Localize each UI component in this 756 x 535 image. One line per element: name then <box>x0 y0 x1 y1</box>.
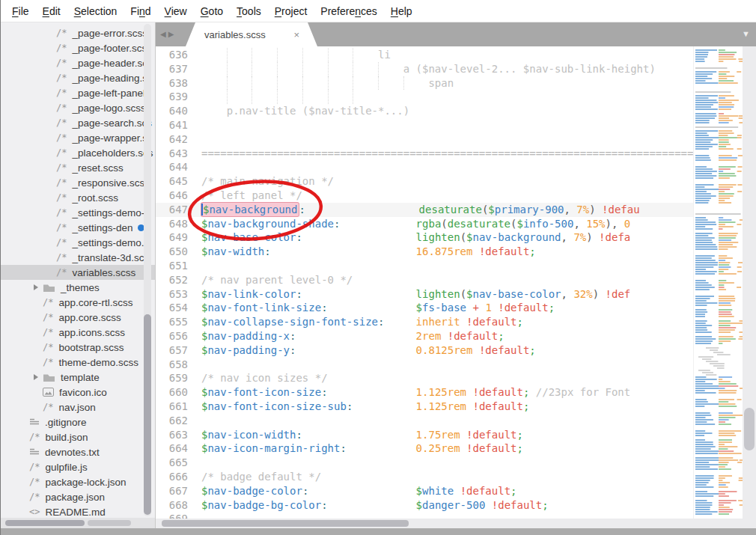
code-line-657[interactable]: 657$nav-padding-y: 0.8125rem !default; <box>156 343 756 358</box>
sidebar-item--placeholders-scs[interactable]: /*_placeholders.scs <box>1 145 155 160</box>
tab-variables-scss[interactable]: variables.scss × <box>186 22 317 46</box>
editor-vertical-scrollbar[interactable] <box>743 46 756 519</box>
menu-item-file[interactable]: File <box>5 2 36 20</box>
tab-scroll-right-icon[interactable]: ▶ <box>168 30 174 39</box>
sidebar-item-template[interactable]: template <box>1 370 155 385</box>
code-line-644[interactable]: 644 <box>156 160 756 174</box>
code-line-646[interactable]: 646/* left panel */ <box>156 189 756 203</box>
sidebar-item-bootstrap-scss[interactable]: /*bootstrap.scss <box>1 340 155 355</box>
file-label: .gitignore <box>45 417 87 428</box>
code-line-654[interactable]: 654$nav-font-link-size: $fs-base + 1 !de… <box>156 301 756 315</box>
menu-item-preferences[interactable]: Preferences <box>314 2 384 20</box>
sidebar-item--settings-demo-s[interactable]: /*_settings-demo.s <box>1 235 155 250</box>
code-line-639[interactable]: 639 <box>156 90 756 104</box>
code-line-636[interactable]: 636 li <box>156 48 756 62</box>
code-line-649[interactable]: 649$nav-base-color: lighten($nav-backgro… <box>156 230 756 245</box>
sidebar-item--page-heading-s[interactable]: /*_page-heading.s <box>1 70 155 85</box>
scss-file-icon: /* <box>29 462 40 472</box>
code-line-652[interactable]: 652/* nav parent level-0 */ <box>156 273 756 287</box>
code-line-642[interactable]: 642 <box>156 132 756 147</box>
menu-item-view[interactable]: View <box>158 2 194 20</box>
sidebar-item--translate-3d-scs[interactable]: /*_translate-3d.scs <box>1 250 155 265</box>
code-area[interactable]: 636 li637 a ($nav-level-2... $nav-sub-li… <box>156 46 756 519</box>
code-line-650[interactable]: 650$nav-width: 16.875rem !default; <box>156 245 756 259</box>
disclosure-arrow-icon[interactable] <box>34 374 38 380</box>
sidebar-item-app-icons-scss[interactable]: /*app.icons.scss <box>1 325 155 340</box>
code-line-648[interactable]: 648$nav-background-shade: rgba(desaturat… <box>156 217 756 231</box>
sidebar-item--page-footer-scs[interactable]: /*_page-footer.scs <box>1 40 155 55</box>
sidebar-item--page-wrapper-s[interactable]: /*_page-wrapper.s <box>1 130 155 145</box>
sidebar-vertical-scrollbar[interactable] <box>144 24 151 516</box>
sidebar-item--page-search-scs[interactable]: /*_page-search.scs <box>1 115 155 130</box>
code-line-663[interactable]: 663$nav-icon-width: 1.75rem !default; <box>156 428 756 442</box>
code-line-643[interactable]: 643=====================================… <box>156 147 756 161</box>
menu-item-project[interactable]: Project <box>268 2 314 20</box>
sidebar-item--page-error-scss[interactable]: /*_page-error.scss <box>1 25 155 40</box>
code-line-638[interactable]: 638 span <box>156 76 756 91</box>
sidebar-item-app-core-scss[interactable]: /*app.core.scss <box>1 310 155 325</box>
code-line-660[interactable]: 660$nav-font-icon-size: 1.125rem !defaul… <box>156 385 756 400</box>
sidebar-item-package-lock-json[interactable]: /*package-lock.json <box>1 474 155 489</box>
sidebar-item-build-json[interactable]: /*build.json <box>1 429 155 444</box>
editor-horizontal-scrollbar[interactable] <box>156 519 756 528</box>
code-line-655[interactable]: 655$nav-collapse-sign-font-size: inherit… <box>156 315 756 329</box>
sidebar-item--page-header-sc[interactable]: /*_page-header.sc <box>1 55 155 70</box>
code-line-640[interactable]: 640 p.nav-title ($nav-title-*...) <box>156 104 756 118</box>
menu-item-help[interactable]: Help <box>384 2 419 20</box>
code-line-662[interactable]: 662 <box>156 414 756 428</box>
minimap[interactable] <box>693 46 743 519</box>
code-line-647[interactable]: 647$nav-background: desaturate($primary-… <box>156 203 756 217</box>
code-line-667[interactable]: 667$nav-badge-color: $white !default; <box>156 484 756 498</box>
sidebar-item--page-logo-scss[interactable]: /*_page-logo.scss <box>1 100 155 115</box>
line-number: 642 <box>156 132 188 147</box>
file-label: package-lock.json <box>45 477 126 488</box>
sidebar-item-favicon-ico[interactable]: favicon.ico <box>1 385 155 400</box>
scss-file-icon: /* <box>29 432 40 442</box>
menu-item-find[interactable]: Find <box>124 2 157 20</box>
sidebar-item--responsive-scss[interactable]: /*_responsive.scss <box>1 175 155 190</box>
sidebar-item-devnotes-txt[interactable]: devnotes.txt <box>1 444 155 459</box>
sidebar-item-variables-scss[interactable]: /*variables.scss <box>1 265 155 280</box>
code-line-658[interactable]: 658 <box>156 358 756 372</box>
editor-vscroll-thumb[interactable] <box>744 408 755 450</box>
code-line-665[interactable]: 665 <box>156 456 756 470</box>
menu-item-tools[interactable]: Tools <box>230 2 268 20</box>
editor-hscroll-thumb[interactable] <box>162 520 409 527</box>
sidebar-item-gulpfile-js[interactable]: /*gulpfile.js <box>1 459 155 474</box>
sidebar-item--themes[interactable]: _themes <box>1 280 155 295</box>
sidebar-item-theme-demo-scss[interactable]: /*theme-demo.scss <box>1 355 155 370</box>
sidebar-item--reset-scss[interactable]: /*_reset.scss <box>1 160 155 175</box>
code-line-641[interactable]: 641 <box>156 118 756 132</box>
menu-item-selection[interactable]: Selection <box>67 2 124 20</box>
tab-scroll-left-icon[interactable]: ◀ <box>160 30 166 39</box>
sidebar-vscroll-thumb[interactable] <box>144 314 151 515</box>
code-line-666[interactable]: 666/* badge default */ <box>156 470 756 484</box>
code-line-656[interactable]: 656$nav-padding-x: 2rem !default; <box>156 329 756 343</box>
code-line-651[interactable]: 651 <box>156 259 756 273</box>
sidebar-item-app-core-rtl-scss[interactable]: /*app.core-rtl.scss <box>1 295 155 310</box>
code-line-637[interactable]: 637 a ($nav-level-2... $nav-sub-link-hei… <box>156 62 756 76</box>
sidebar-file-tree[interactable]: /*_page-error.scss/*_page-footer.scs/*_p… <box>1 22 156 528</box>
code-line-669[interactable]: 669 <box>156 512 756 519</box>
sidebar-horizontal-scrollbar[interactable] <box>1 518 155 528</box>
sidebar-item--settings-den[interactable]: /*_settings-den <box>1 220 155 235</box>
sidebar-hscroll-thumb[interactable] <box>5 520 85 526</box>
code-line-664[interactable]: 664$nav-icon-margin-right: 0.25rem !defa… <box>156 441 756 456</box>
sidebar-item-package-json[interactable]: /*package.json <box>1 489 155 504</box>
tab-overflow-icon[interactable]: ▼ <box>742 29 750 38</box>
sidebar-item--page-left-panel[interactable]: /*_page-left-panel <box>1 85 155 100</box>
menu-item-goto[interactable]: Goto <box>194 2 230 20</box>
sidebar-item-readme-md[interactable]: <>README.md <box>1 504 155 519</box>
code-line-659[interactable]: 659/* nav icon sizes */ <box>156 371 756 385</box>
code-line-661[interactable]: 661$nav-font-icon-size-sub: 1.125rem !de… <box>156 400 756 414</box>
sidebar-item--root-scss[interactable]: /*_root.scss <box>1 190 155 205</box>
sidebar-item--settings-demo-i[interactable]: /*_settings-demo-i <box>1 205 155 220</box>
sidebar-item-nav-json[interactable]: /*nav.json <box>1 400 155 415</box>
menu-item-edit[interactable]: Edit <box>36 2 67 20</box>
tab-close-icon[interactable]: × <box>293 29 299 40</box>
disclosure-arrow-icon[interactable] <box>34 284 38 290</box>
code-line-653[interactable]: 653$nav-link-color: lighten($nav-base-co… <box>156 287 756 302</box>
code-line-668[interactable]: 668$nav-badge-bg-color: $danger-500 !def… <box>156 498 756 513</box>
sidebar-item--gitignore[interactable]: .gitignore <box>1 415 155 429</box>
code-line-645[interactable]: 645/* main navigation */ <box>156 174 756 189</box>
